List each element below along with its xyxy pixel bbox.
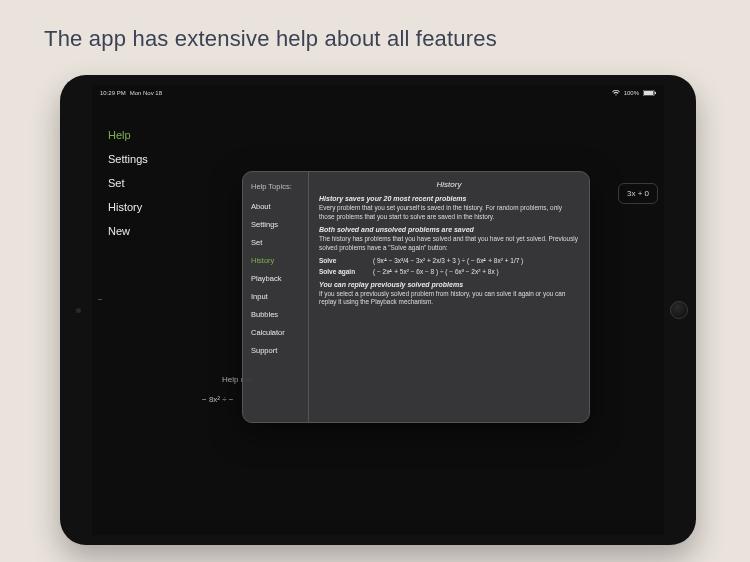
battery-icon — [643, 90, 656, 96]
example-solve: Solve ( 9x⁴ − 3x³/4 − 3x² + 2x/3 + 3 ) ÷… — [319, 257, 579, 265]
help-topic-settings[interactable]: Settings — [251, 220, 308, 229]
svg-rect-2 — [655, 91, 656, 93]
help-topic-support[interactable]: Support — [251, 346, 308, 355]
help-topic-calculator[interactable]: Calculator — [251, 328, 308, 337]
camera-dot — [76, 308, 81, 313]
bezel-right — [664, 75, 696, 545]
bg-expression-right: 3x + 0 — [618, 183, 658, 204]
help-topic-history[interactable]: History — [251, 256, 308, 265]
help-topic-bubbles[interactable]: Bubbles — [251, 310, 308, 319]
help-heading-2: Both solved and unsolved problems are sa… — [319, 226, 579, 233]
svg-rect-1 — [644, 90, 653, 94]
ipad-screen: 10:29 PM Mon Nov 18 100% Help Settings — [92, 85, 664, 535]
bg-expression-left: − — [98, 295, 103, 304]
status-date: Mon Nov 18 — [130, 90, 162, 96]
status-bar: 10:29 PM Mon Nov 18 100% — [92, 85, 664, 100]
example-solve-again-label[interactable]: Solve again — [319, 268, 361, 275]
sidebar-item-help[interactable]: Help — [108, 129, 148, 141]
ipad-device-frame: 10:29 PM Mon Nov 18 100% Help Settings — [60, 75, 696, 545]
example-solve-label[interactable]: Solve — [319, 257, 361, 264]
wifi-icon — [612, 90, 620, 96]
help-modal: Help Topics: About Settings Set History … — [242, 171, 590, 423]
sidebar-item-settings[interactable]: Settings — [108, 153, 148, 165]
help-article-title: History — [319, 180, 579, 189]
help-topics-heading: Help Topics: — [251, 182, 308, 191]
help-heading-1: History saves your 20 most recent proble… — [319, 195, 579, 202]
example-solve-again-expr: ( − 2x⁴ + 5x² − 6x − 8 ) ÷ ( − 6x³ − 2x²… — [373, 268, 499, 276]
example-solve-expr: ( 9x⁴ − 3x³/4 − 3x² + 2x/3 + 3 ) ÷ ( − 6… — [373, 257, 523, 265]
status-time: 10:29 PM — [100, 90, 126, 96]
help-topic-playback[interactable]: Playback — [251, 274, 308, 283]
help-topics-sidebar: Help Topics: About Settings Set History … — [243, 172, 309, 422]
help-topic-set[interactable]: Set — [251, 238, 308, 247]
help-topic-input[interactable]: Input — [251, 292, 308, 301]
sidebar-item-history[interactable]: History — [108, 201, 148, 213]
sidebar-item-new[interactable]: New — [108, 225, 148, 237]
status-right: 100% — [612, 90, 656, 96]
example-solve-again: Solve again ( − 2x⁴ + 5x² − 6x − 8 ) ÷ (… — [319, 268, 579, 276]
home-button[interactable] — [670, 301, 688, 319]
main-sidebar: Help Settings Set History New — [108, 129, 148, 237]
bg-expression-bottom: − 8x² ÷ − — [202, 395, 234, 404]
help-article: History History saves your 20 most recen… — [309, 172, 589, 422]
help-paragraph-3: If you select a previously solved proble… — [319, 290, 579, 307]
battery-pct: 100% — [624, 90, 639, 96]
bezel-left — [60, 75, 92, 545]
help-paragraph-2: The history has problems that you have s… — [319, 235, 579, 252]
help-paragraph-1: Every problem that you set yourself is s… — [319, 204, 579, 221]
sidebar-item-set[interactable]: Set — [108, 177, 148, 189]
status-left: 10:29 PM Mon Nov 18 — [100, 90, 162, 96]
help-topic-about[interactable]: About — [251, 202, 308, 211]
promo-headline: The app has extensive help about all fea… — [44, 26, 497, 52]
help-heading-3: You can replay previously solved problem… — [319, 281, 579, 288]
promo-stage: The app has extensive help about all fea… — [0, 0, 750, 562]
